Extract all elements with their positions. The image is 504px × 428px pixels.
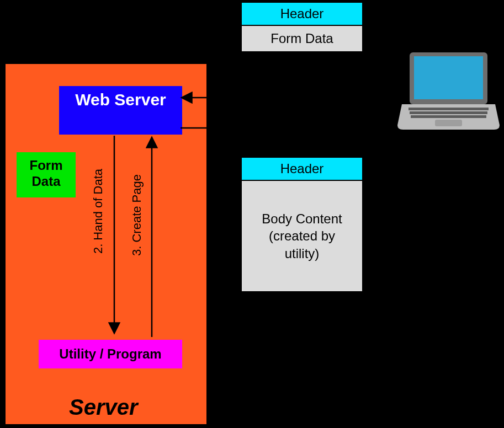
response-packet-body: Body Content (created by utility) <box>241 181 363 292</box>
request-packet: Header Form Data <box>241 2 363 52</box>
step-3-label: 3. Create Page <box>130 174 144 256</box>
request-packet-header: Header <box>241 2 363 26</box>
server-container: Web Server Form Data Utility / Program 2… <box>4 62 208 426</box>
request-packet-body: Form Data <box>241 26 363 52</box>
svg-rect-4 <box>410 111 487 114</box>
web-server-box: Web Server <box>59 86 182 135</box>
server-title: Server <box>69 395 138 420</box>
svg-rect-3 <box>408 108 489 110</box>
client-laptop-icon <box>397 52 500 130</box>
step-2-label: 2. Hand of Data <box>91 169 105 254</box>
response-packet-header: Header <box>241 157 363 181</box>
svg-rect-1 <box>414 56 483 99</box>
response-packet: Header Body Content (created by utility) <box>241 157 363 292</box>
utility-program-box: Utility / Program <box>39 340 182 368</box>
svg-rect-2 <box>435 120 462 126</box>
svg-rect-5 <box>411 115 486 118</box>
form-data-box: Form Data <box>17 152 76 197</box>
